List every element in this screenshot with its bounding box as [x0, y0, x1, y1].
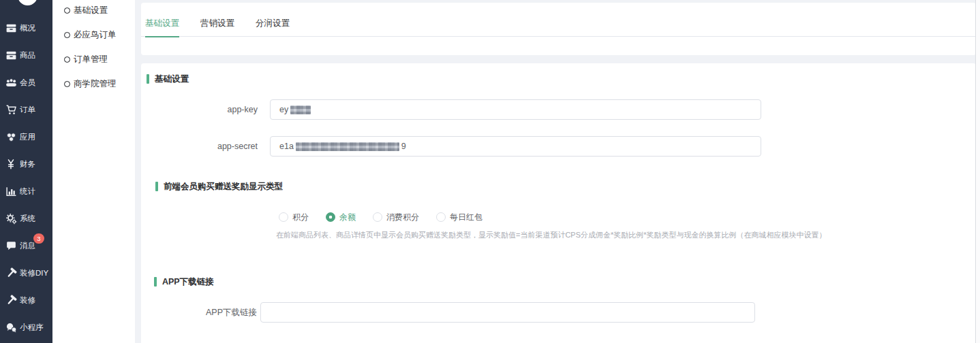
sidebar-item-miniprogram[interactable]: 小程序 [0, 314, 52, 341]
radio-daily-redpacket[interactable]: 每日红包 [436, 208, 483, 227]
sidebar-item-label: 应用 [20, 132, 35, 142]
app-secret-input[interactable]: e1a 9 [270, 136, 761, 157]
decorate-diy-icon [5, 267, 17, 279]
section-header-reward-display-type: 前端会员购买赠送奖励显示类型 [155, 181, 283, 192]
radio-icon [279, 212, 288, 222]
main-sidebar: 概况 商品 会员 订单 [0, 0, 52, 343]
sidebar-item-orders[interactable]: 订单 [0, 96, 52, 123]
sidebar-item-messages[interactable]: 消息 [0, 232, 52, 259]
app-download-link-label: APP下载链接 [141, 302, 257, 323]
app-download-link-input[interactable] [260, 302, 755, 323]
sidebar-item-apps[interactable]: 应用 [0, 123, 52, 150]
radio-checked-icon [326, 212, 335, 222]
radio-label: 消费积分 [386, 212, 419, 223]
orders-icon [5, 104, 17, 116]
section-header-app-download: APP下载链接 [154, 276, 214, 287]
sidebar-item-label: 消息 [20, 241, 35, 251]
miniprogram-icon [5, 322, 17, 333]
section-title: 前端会员购买赠送奖励显示类型 [164, 181, 283, 193]
sidebar-item-goods[interactable]: 商品 [0, 42, 52, 69]
section-bar [154, 277, 157, 287]
radio-icon [373, 212, 382, 222]
sidebar-item-members[interactable]: 会员 [0, 69, 52, 96]
sidebar-item-finance[interactable]: 财务 [0, 150, 52, 178]
masked-value [296, 142, 399, 151]
secondary-sidebar: 基础设置 必应鸟订单 订单管理 商学院管理 [52, 0, 135, 343]
circle-icon [64, 7, 70, 14]
sidebar-item-statistics[interactable]: 统计 [0, 178, 52, 205]
section-title: APP下载链接 [162, 276, 214, 288]
sidebar-item-label: 商品 [20, 50, 35, 61]
sidebar-item-decorate[interactable]: 装修 [0, 287, 52, 314]
radio-points[interactable]: 积分 [279, 208, 309, 227]
submenu-item-label: 订单管理 [74, 54, 108, 65]
decorate-icon [5, 295, 17, 306]
sidebar-item-label: 订单 [20, 105, 35, 115]
tab-bar: 基础设置 营销设置 分润设置 [141, 10, 976, 37]
settings-form-card: 基础设置 app-key ey app-secret e1a 9 前端会员购买赠… [141, 63, 976, 343]
sidebar-item-overview[interactable]: 概况 [0, 14, 52, 42]
avatar[interactable] [18, 0, 37, 5]
scrollbar[interactable] [976, 0, 980, 343]
tab-marketing-settings[interactable]: 营销设置 [200, 10, 234, 37]
sidebar-item-label: 财务 [20, 159, 35, 169]
sidebar-item-label: 系统 [20, 214, 35, 224]
submenu-item-order-management[interactable]: 订单管理 [52, 47, 135, 71]
app-secret-value-prefix: e1a [279, 142, 294, 151]
radio-balance[interactable]: 余额 [326, 208, 356, 227]
radio-label: 余额 [339, 212, 356, 223]
message-count-badge: 3 [33, 233, 44, 244]
app-secret-label: app-secret [141, 136, 258, 157]
circle-icon [64, 56, 70, 63]
masked-value [290, 105, 311, 114]
submenu-item-basic-settings[interactable]: 基础设置 [52, 0, 135, 22]
members-icon [5, 77, 17, 88]
tabs-card: 基础设置 营销设置 分润设置 [141, 3, 976, 55]
circle-icon [64, 81, 70, 87]
overview-icon [5, 22, 17, 34]
messages-icon [5, 240, 17, 252]
main-nav: 概况 商品 会员 订单 [0, 14, 52, 341]
system-icon [5, 213, 17, 225]
section-bar [147, 74, 149, 84]
submenu-item-label: 基础设置 [74, 5, 108, 16]
sidebar-item-system[interactable]: 系统 [0, 205, 52, 232]
sidebar-item-decorate-diy[interactable]: 装修DIY [0, 259, 52, 287]
sidebar-item-label: 小程序 [20, 323, 44, 333]
section-bar [155, 182, 158, 191]
app-key-value: ey [279, 105, 288, 114]
radio-consume-points[interactable]: 消费积分 [373, 208, 419, 227]
radio-label: 每日红包 [450, 212, 483, 223]
app-key-input[interactable]: ey [270, 99, 761, 120]
sidebar-item-label: 会员 [20, 78, 35, 88]
app-secret-value-suffix: 9 [401, 142, 406, 151]
submenu-item-label: 必应鸟订单 [74, 29, 117, 41]
section-title: 基础设置 [155, 74, 189, 85]
secondary-nav: 基础设置 必应鸟订单 订单管理 商学院管理 [52, 0, 135, 96]
sidebar-item-label: 概况 [20, 23, 35, 33]
tab-profit-settings[interactable]: 分润设置 [256, 10, 290, 37]
sidebar-item-label: 统计 [20, 186, 35, 197]
radio-label: 积分 [292, 212, 309, 223]
statistics-icon [5, 186, 17, 197]
radio-icon [436, 212, 446, 222]
sidebar-item-label: 装修DIY [20, 268, 48, 278]
tab-basic-settings[interactable]: 基础设置 [145, 10, 179, 37]
goods-icon [5, 50, 17, 61]
submenu-item-academy-management[interactable]: 商学院管理 [52, 71, 135, 96]
circle-icon [64, 32, 70, 38]
section-header-basic-settings: 基础设置 [147, 74, 189, 84]
finance-icon [5, 159, 17, 170]
reward-help-text: 在前端商品列表、商品详情页中显示会员购买赠送奖励类型，显示奖励值=当前渠道预计C… [276, 230, 827, 240]
submenu-item-label: 商学院管理 [74, 78, 117, 90]
app-key-label: app-key [141, 99, 258, 120]
apps-icon [5, 131, 17, 143]
sidebar-item-label: 装修 [20, 295, 35, 306]
submenu-item-bird-orders[interactable]: 必应鸟订单 [52, 22, 135, 47]
